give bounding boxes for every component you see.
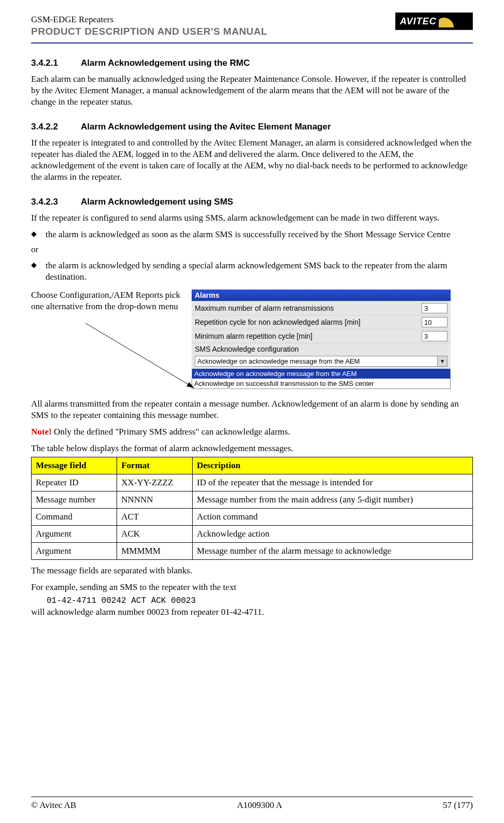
- select-option[interactable]: Acknowledge on successfull transmission …: [192, 379, 450, 388]
- table-row: Argument MMMMM Message number of the ala…: [32, 543, 473, 560]
- paragraph: The table below displays the format of a…: [31, 443, 473, 454]
- table-row: Repeater ID XX-YY-ZZZZ ID of the repeate…: [32, 474, 473, 492]
- footer-right: 57 (177): [443, 800, 473, 811]
- note-label: Note!: [31, 427, 52, 437]
- heading-3-4-2-2: 3.4.2.2 Alarm Acknowledgement using the …: [31, 122, 473, 132]
- table-row: Argument ACK Acknowledge action: [32, 526, 473, 543]
- config-row: Minimum alarm repetition cycle [min]: [192, 329, 451, 343]
- footer-center: A1009300 A: [237, 800, 282, 811]
- caption-text: Choose Configuration,/AEM Reports pick o…: [31, 290, 180, 311]
- heading-title: Alarm Acknowledgement using the Avitec E…: [81, 122, 331, 132]
- footer-rule: [31, 797, 473, 797]
- select-options: Acknowledge on acknowledge message from …: [192, 369, 451, 389]
- paragraph: For example, sending an SMS to the repea…: [31, 582, 473, 593]
- bullet-item: ◆ the alarm is acknowledged by sending a…: [31, 260, 473, 283]
- heading-title: Alarm Acknowledgement using SMS: [81, 197, 233, 207]
- table-row: Command ACT Action command: [32, 509, 473, 526]
- col-header: Message field: [32, 457, 117, 474]
- note-line: Note! Only the defined "Primary SMS addr…: [31, 426, 473, 438]
- note-body: Only the defined "Primary SMS address" c…: [52, 427, 291, 437]
- footer-left: © Avitec AB: [31, 800, 76, 811]
- header-rule: [31, 42, 473, 44]
- logo-text: AVITEC: [400, 16, 437, 27]
- heading-3-4-2-3: 3.4.2.3 Alarm Acknowledgement using SMS: [31, 197, 473, 207]
- repetition-cycle-input[interactable]: [422, 317, 448, 327]
- logo: AVITEC: [395, 12, 473, 30]
- ack-mode-select[interactable]: Acknowledge on acknowledge message from …: [192, 355, 451, 369]
- max-retransmissions-input[interactable]: [422, 303, 448, 313]
- cell: Command: [32, 509, 117, 526]
- page-footer: © Avitec AB A1009300 A 57 (177): [31, 797, 473, 811]
- col-header: Description: [193, 457, 473, 474]
- heading-title: Alarm Acknowledgement using the RMC: [81, 58, 250, 68]
- cell: NNNNN: [117, 492, 193, 509]
- config-label: Repetition cycle for non acknowledged al…: [195, 318, 422, 326]
- cell: Action command: [193, 509, 473, 526]
- group-label: SMS Acknowledge configuration: [192, 343, 451, 355]
- table-header-row: Message field Format Description: [32, 457, 473, 474]
- cell: ACK: [117, 526, 193, 543]
- config-label: Minimum alarm repetition cycle [min]: [195, 332, 422, 340]
- bullet-text: the alarm is acknowledged as soon as the…: [46, 229, 473, 240]
- cell: Argument: [32, 526, 117, 543]
- chevron-down-icon[interactable]: ▼: [438, 356, 448, 367]
- cell: Acknowledge action: [193, 526, 473, 543]
- heading-3-4-2-1: 3.4.2.1 Alarm Acknowledgement using the …: [31, 58, 473, 68]
- bullet-item: ◆ the alarm is acknowledged as soon as t…: [31, 229, 473, 240]
- cell: MMMMM: [117, 543, 193, 560]
- figure-caption: Choose Configuration,/AEM Reports pick o…: [31, 290, 192, 389]
- arrow-icon: [83, 321, 202, 403]
- paragraph: Each alarm can be manually acknowledged …: [31, 74, 473, 107]
- cell: ID of the repeater that the message is i…: [193, 474, 473, 492]
- panel-title: Alarms: [192, 290, 451, 301]
- cell: Message number from the main address (an…: [193, 492, 473, 509]
- bullet-text: the alarm is acknowledged by sending a s…: [46, 260, 473, 283]
- cell: ACT: [117, 509, 193, 526]
- cell: XX-YY-ZZZZ: [117, 474, 193, 492]
- cell: Message number: [32, 492, 117, 509]
- message-format-table: Message field Format Description Repeate…: [31, 457, 473, 560]
- heading-number: 3.4.2.1: [31, 58, 79, 68]
- heading-number: 3.4.2.3: [31, 197, 79, 207]
- alarms-panel-figure: Alarms Maximum number of alarm retransmi…: [192, 290, 451, 389]
- col-header: Format: [117, 457, 193, 474]
- bullet-icon: ◆: [31, 229, 46, 240]
- paragraph: will acknowledge alarm number 00023 from…: [31, 607, 473, 618]
- config-row: Maximum number of alarm retransmissions: [192, 301, 451, 315]
- select-value: Acknowledge on acknowledge message from …: [195, 356, 438, 367]
- svg-marker-1: [186, 382, 194, 388]
- paragraph: The message fields are separated with bl…: [31, 565, 473, 576]
- bullet-icon: ◆: [31, 260, 46, 283]
- min-repetition-input[interactable]: [422, 331, 448, 341]
- cell: Argument: [32, 543, 117, 560]
- cell: Message number of the alarm message to a…: [193, 543, 473, 560]
- or-separator: or: [31, 244, 473, 255]
- heading-number: 3.4.2.2: [31, 122, 79, 132]
- paragraph: If the repeater is configured to send al…: [31, 212, 473, 224]
- table-row: Message number NNNNN Message number from…: [32, 492, 473, 509]
- cell: Repeater ID: [32, 474, 117, 492]
- select-option[interactable]: Acknowledge on acknowledge message from …: [192, 369, 450, 379]
- page: AVITEC GSM-EDGE Repeaters PRODUCT DESCRI…: [0, 0, 504, 823]
- config-label: Maximum number of alarm retransmissions: [195, 304, 422, 312]
- svg-line-0: [85, 323, 194, 388]
- code-example: 01-42-4711 00242 ACT ACK 00023: [47, 596, 473, 605]
- paragraph: If the repeater is integrated to and con…: [31, 137, 473, 182]
- logo-sun-icon: [439, 15, 456, 27]
- config-row: Repetition cycle for non acknowledged al…: [192, 315, 451, 329]
